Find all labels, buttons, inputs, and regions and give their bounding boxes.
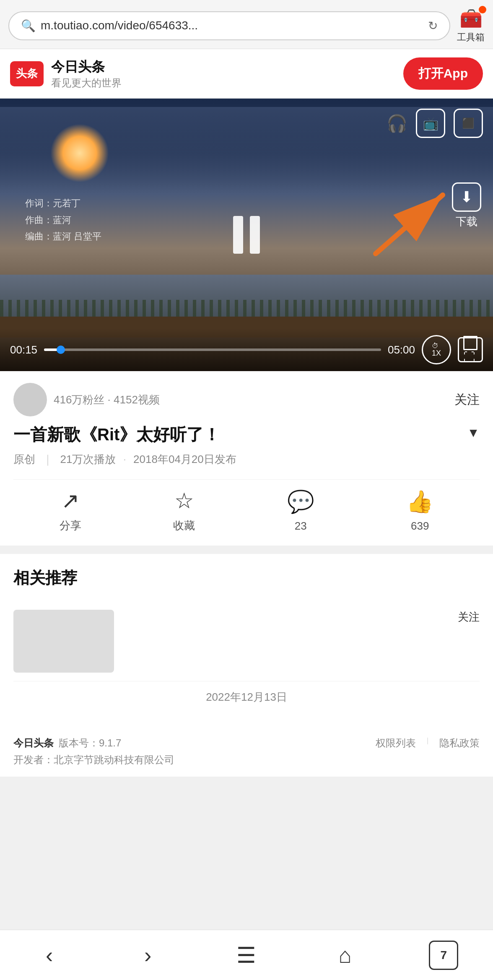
fullscreen-button[interactable]: ⛶	[458, 337, 483, 362]
nav-menu-button[interactable]: ☰	[217, 930, 276, 980]
fullscreen-icon: ⛶	[463, 336, 477, 364]
nav-forward-button[interactable]: ›	[119, 930, 177, 980]
progress-row: 00:15 05:00 ⏱ 1X ⛶	[10, 335, 483, 364]
content-area: 416万粉丝 · 4152视频 关注 一首新歌《Rit》太好听了！ ▼ 原创 ｜…	[0, 371, 493, 546]
collect-action[interactable]: ☆ 收藏	[173, 488, 195, 533]
headphone-icon[interactable]: 🎧	[387, 114, 407, 133]
progress-bar[interactable]	[44, 348, 381, 351]
download-icon: ⬇	[452, 182, 481, 212]
rights-link[interactable]: 权限列表	[376, 736, 416, 750]
rec-follow-button[interactable]: 关注	[458, 610, 480, 624]
nav-home-button[interactable]: ⌂	[316, 930, 374, 980]
author-row: 416万粉丝 · 4152视频 关注	[13, 371, 480, 423]
action-row: ↗ 分享 ☆ 收藏 💬 23 👍 639	[13, 479, 480, 546]
share-label: 分享	[60, 518, 81, 533]
collect-label: 收藏	[173, 518, 195, 533]
app-banner: 头条 今日头条 看见更大的世界 打开App	[0, 49, 493, 99]
lyric-line-2: 作曲：蓝河	[25, 212, 101, 229]
refresh-icon[interactable]: ↻	[428, 19, 438, 33]
footer-links: 权限列表 ｜ 隐私政策	[376, 736, 480, 750]
video-bottom-controls: 00:15 05:00 ⏱ 1X ⛶	[0, 328, 493, 371]
author-stats: 416万粉丝 · 4152视频	[54, 393, 160, 407]
app-name: 今日头条	[51, 58, 396, 76]
section-divider	[0, 546, 493, 554]
rec-author-row: 关注	[122, 610, 480, 624]
total-time: 05:00	[388, 343, 415, 356]
rec-date: 2022年12月13日	[13, 681, 480, 713]
progress-thumb[interactable]	[57, 346, 65, 354]
open-app-button[interactable]: 打开App	[403, 57, 483, 90]
nav-bar: ‹ › ☰ ⌂ 7	[0, 930, 493, 980]
comment-count: 23	[295, 520, 307, 533]
sun-glow	[50, 124, 109, 182]
footer-top: 今日头条 版本号：9.1.7 权限列表 ｜ 隐私政策	[13, 736, 480, 750]
footer-developer: 开发者：北京字节跳动科技有限公司	[13, 753, 480, 767]
download-button[interactable]: ⬇ 下载	[452, 182, 481, 229]
browser-top-bar: 🔍 m.toutiao.com/video/654633... ↻ 🧰 工具箱	[0, 0, 493, 49]
original-label: 原创	[13, 453, 35, 465]
author-avatar[interactable]	[13, 383, 47, 416]
like-count: 639	[411, 520, 429, 533]
bottom-padding	[0, 777, 493, 831]
play-pause-button[interactable]	[233, 216, 260, 254]
comment-action[interactable]: 💬 23	[287, 489, 314, 533]
video-player[interactable]: 作词：元若丁 作曲：蓝河 编曲：蓝河 吕堂平 🎧 📺 ⬛ ⬇ 下载 00:	[0, 99, 493, 371]
footer-version: 版本号：9.1.7	[59, 736, 121, 750]
like-icon: 👍	[406, 489, 433, 515]
recommendations-section: 相关推荐 关注 2022年12月13日	[0, 554, 493, 726]
app-logo: 头条	[10, 61, 44, 86]
lyric-line-3: 编曲：蓝河 吕堂平	[25, 228, 101, 245]
star-icon: ☆	[174, 488, 194, 513]
speed-indicator: ⏱ 1X	[432, 343, 441, 357]
app-info: 今日头条 看见更大的世界	[51, 58, 396, 90]
recommendations-title: 相关推荐	[13, 567, 480, 589]
footer-app-name: 今日头条	[13, 736, 54, 750]
url-bar[interactable]: 🔍 m.toutiao.com/video/654633... ↻	[8, 11, 450, 40]
url-text: m.toutiao.com/video/654633...	[41, 19, 423, 32]
tv-icon: 📺	[423, 116, 439, 131]
toolbox-label: 工具箱	[457, 31, 485, 44]
expand-icon[interactable]: ▼	[467, 426, 480, 440]
rec-thumbnail	[13, 610, 114, 673]
publish-date: 2018年04月20日发布	[133, 453, 236, 465]
toolbox-button[interactable]: 🧰 工具箱	[457, 8, 485, 44]
share-action[interactable]: ↗ 分享	[60, 488, 81, 533]
video-top-controls: 🎧 📺 ⬛	[387, 109, 483, 138]
tv-mode-button[interactable]: 📺	[416, 109, 445, 138]
speed-button[interactable]: ⏱ 1X	[422, 335, 451, 364]
video-title: 一首新歌《Rit》太好听了！ ▼	[13, 423, 480, 446]
pause-bar-left	[233, 216, 243, 254]
comment-icon: 💬	[287, 489, 314, 515]
app-slogan: 看见更大的世界	[51, 76, 396, 90]
search-icon: 🔍	[21, 19, 36, 33]
footer-divider: ｜	[424, 736, 431, 750]
title-text: 一首新歌《Rit》太好听了！	[13, 423, 460, 446]
nav-tabs-button[interactable]: 7	[414, 930, 473, 980]
follow-button[interactable]: 关注	[454, 391, 480, 408]
privacy-link[interactable]: 隐私政策	[439, 736, 480, 750]
pip-button[interactable]: ⬛	[454, 109, 483, 138]
play-count: 21万次播放	[60, 453, 116, 465]
rec-card: 关注	[13, 601, 480, 681]
nav-back-button[interactable]: ‹	[20, 930, 79, 980]
nav-tab-count: 7	[429, 941, 458, 970]
pause-bar-right	[250, 216, 260, 254]
video-meta: 原创 ｜ 21万次播放 · 2018年04月20日发布	[13, 452, 480, 467]
rec-info: 关注	[122, 610, 480, 673]
pip-icon: ⬛	[462, 117, 475, 129]
lyric-line-1: 作词：元若丁	[25, 195, 101, 212]
toolbox-notification-dot	[479, 6, 486, 13]
share-icon: ↗	[61, 488, 80, 513]
footer: 今日头条 版本号：9.1.7 权限列表 ｜ 隐私政策 开发者：北京字节跳动科技有…	[0, 726, 493, 777]
like-action[interactable]: 👍 639	[406, 489, 433, 533]
meta-divider: ｜	[42, 453, 53, 465]
download-label: 下载	[456, 214, 477, 229]
meta-divider-2: ·	[123, 453, 126, 465]
current-time: 00:15	[10, 343, 37, 356]
app-logo-text: 头条	[16, 66, 38, 81]
lyrics-overlay: 作词：元若丁 作曲：蓝河 编曲：蓝河 吕堂平	[25, 195, 101, 245]
author-left: 416万粉丝 · 4152视频	[13, 383, 160, 416]
